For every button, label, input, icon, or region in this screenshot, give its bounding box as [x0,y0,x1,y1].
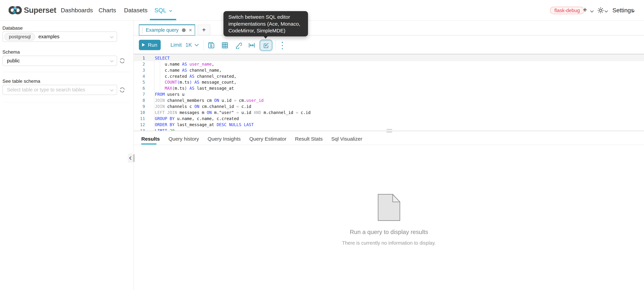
chevron-down-icon [194,42,199,46]
code-line-10[interactable]: 10LEFT JOIN messages m ON m."user" = u.i… [134,110,644,116]
navbar: Superset DashboardsChartsDatasetsSQL fla… [0,0,644,20]
drag-grip-icon[interactable] [142,27,143,33]
database-type-badge: postgresql [4,33,35,41]
panel-resize-handle[interactable] [133,154,135,162]
divider [2,72,130,72]
schema-value: public [7,58,20,63]
more-icon[interactable] [280,42,284,49]
results-tab-query-insights[interactable]: Query Insights [208,136,241,142]
nav-item-charts[interactable]: Charts [98,0,116,20]
indent-guide [160,61,160,92]
line-number: 6 [134,85,154,91]
code-text: SELECT [154,55,170,61]
sql-code-editor[interactable]: 1SELECT2 u.name AS user_name,3 c.name AS… [134,55,644,131]
code-line-4[interactable]: 4 c.created AS channel_created, [134,73,644,79]
schema-select[interactable]: public [2,56,117,66]
code-text: LEFT JOIN messages m ON m."user" = u.id … [154,110,311,116]
nav-item-dashboards[interactable]: Dashboards [61,0,93,20]
code-text: GROUP BY u.name, c.name, c.created [154,116,239,122]
refresh-icon[interactable] [119,58,126,64]
split-drag-handle[interactable] [386,131,392,133]
new-item-button[interactable]: + [583,0,587,20]
nav-item-sql[interactable]: SQL [154,0,172,20]
code-line-2[interactable]: 2 u.name AS user_name, [134,61,644,67]
chevron-down-icon [110,59,114,62]
editor-top-border [134,54,644,55]
split-divider [134,131,644,131]
toolbar-divider [275,40,276,50]
code-text: c.name AS channel_name, [154,67,222,73]
save-icon[interactable] [208,42,215,49]
copy-link-icon[interactable] [235,42,242,49]
code-line-1[interactable]: 1SELECT [134,55,644,61]
close-icon[interactable]: × [189,28,192,32]
code-lines: 1SELECT2 u.name AS user_name,3 c.name AS… [134,55,644,131]
results-tab-query-estimator[interactable]: Query Estimator [249,136,286,142]
results-tab-query-history[interactable]: Query history [168,136,199,142]
table-select[interactable]: Select table or type to search tables [2,85,117,95]
sun-icon[interactable] [598,7,604,13]
editor-tab-example-query[interactable]: Example query × [139,24,195,35]
tab-title: Example query [146,27,179,33]
switch-editor-button[interactable] [259,39,273,51]
line-number: 3 [134,67,154,73]
active-results-tab-underline [141,143,156,144]
code-text: COUNT(m.ts) AS message_count, [154,79,236,85]
superset-logo-icon [8,5,22,15]
chevron-down-icon [169,9,172,12]
results-tab-results[interactable]: Results [141,136,160,142]
chevron-down-icon[interactable] [590,9,594,12]
tooltip-arrow [263,36,268,39]
code-line-5[interactable]: 5 COUNT(m.ts) AS message_count, [134,79,644,85]
results-tab-bar: ResultsQuery historyQuery InsightsQuery … [141,136,362,142]
chevron-down-icon[interactable] [604,9,608,12]
format-sql-icon[interactable] [248,42,255,49]
line-number: 7 [134,91,154,97]
line-number: 4 [134,73,154,79]
chevron-down-icon [110,35,114,38]
environment-badge: flask-debug [550,7,584,14]
results-empty-state: Run a query to display results There is … [134,145,644,290]
code-line-6[interactable]: 6 MAX(m.ts) AS last_message_at [134,85,644,91]
nav-item-datasets[interactable]: Datasets [124,0,148,20]
line-number: 8 [134,97,154,103]
empty-state-subtitle: There is currently no information to dis… [134,240,644,246]
line-number: 2 [134,61,154,67]
sql-lab-page: Superset DashboardsChartsDatasetsSQL fla… [0,0,644,290]
table-schema-label: See table schema [2,79,40,84]
collapse-sidebar-button[interactable] [128,153,134,163]
code-line-8[interactable]: 8JOIN channel_members cm ON u.id = cm.us… [134,97,644,103]
play-icon [142,43,145,46]
code-line-11[interactable]: 11GROUP BY u.name, c.name, c.created [134,116,644,122]
results-tab-sql-visualizer[interactable]: Sql Visualizer [331,136,362,142]
run-query-button[interactable]: Run [139,40,161,50]
code-line-3[interactable]: 3 c.name AS channel_name, [134,67,644,73]
database-name: examples [38,34,60,39]
add-tab-button[interactable]: + [198,25,210,35]
split-drag-handle[interactable] [386,129,392,130]
code-line-9[interactable]: 9JOIN channels c ON cm.channel_id = c.id [134,103,644,110]
schema-label: Schema [2,49,20,55]
line-number: 1 [134,55,154,61]
unsaved-indicator-dot [182,28,186,32]
brand-name: Superset [24,0,56,20]
code-line-7[interactable]: 7FROM users u [134,91,644,97]
edit-icon [263,42,269,48]
database-select[interactable]: postgresql examples [2,31,117,42]
code-text: MAX(m.ts) AS last_message_at [154,85,234,91]
line-number: 13 [134,128,154,131]
divider [2,102,130,102]
row-limit-dropdown[interactable]: Limit 1K [170,40,198,50]
code-text: c.created AS channel_created, [154,73,236,79]
settings-menu[interactable]: Settings [612,0,634,20]
code-line-12[interactable]: 12ORDER BY last_message_at DESC NULLS LA… [134,122,644,128]
code-text: FROM users u [154,91,185,97]
chevron-down-icon [110,88,114,91]
refresh-icon[interactable] [119,87,126,93]
results-table-icon[interactable] [222,42,228,49]
tooltip: Switch between SQL editor implementation… [224,11,308,36]
results-tab-result-stats[interactable]: Result Stats [295,136,323,142]
database-label: Database [2,25,23,31]
code-text: u.name AS user_name, [154,61,214,67]
chevron-left-icon [129,156,133,160]
